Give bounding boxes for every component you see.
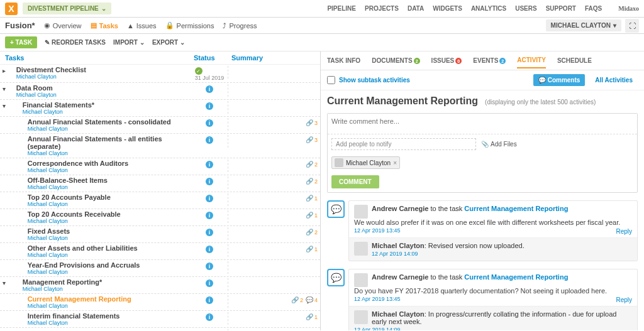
- activity-post: Andrew Carnegie to the task Current Mana…: [349, 201, 637, 237]
- task-owner[interactable]: Michael Clayton: [28, 269, 191, 275]
- lock-icon: 🔒: [165, 21, 174, 30]
- task-row[interactable]: Annual Financial Statements - all entiti…: [0, 134, 320, 158]
- export-menu[interactable]: EXPORT⌄: [152, 39, 185, 46]
- task-row[interactable]: Other Assets and other LiabilitiesMichae…: [0, 243, 320, 260]
- reply-link[interactable]: Reply: [616, 296, 632, 303]
- collapse-icon[interactable]: ▾: [3, 101, 10, 109]
- badge: 0: [455, 58, 462, 64]
- topbar: X DIVESTMENT PIPELINE⌄ PIPELINE PROJECTS…: [0, 0, 644, 18]
- expand-icon[interactable]: ▸: [3, 66, 10, 74]
- task-row[interactable]: ▾ Financial Statements*Michael Clayton i: [0, 100, 320, 117]
- task-owner[interactable]: Michael Clayton: [16, 73, 191, 80]
- task-row[interactable]: Fixed AssetsMichael Claytoni🔗2: [0, 226, 320, 243]
- fullscreen-button[interactable]: ⛶: [625, 19, 639, 33]
- notify-people-input[interactable]: Add people to notify: [331, 138, 476, 150]
- task-owner[interactable]: Michael Clayton: [28, 126, 191, 132]
- nav-faqs[interactable]: FAQS: [585, 5, 602, 12]
- collapse-icon[interactable]: ▾: [3, 278, 10, 286]
- post-author[interactable]: Andrew Carnegie: [372, 273, 428, 281]
- activity-thread: 💬 Andrew Carnegie to the task Current Ma…: [327, 200, 638, 261]
- nav-analytics[interactable]: ANALYTICS: [471, 5, 506, 12]
- col-status[interactable]: Status: [194, 54, 231, 62]
- person-chip[interactable]: Michael Clayton×: [331, 156, 400, 169]
- task-owner[interactable]: Michael Clayton: [23, 109, 191, 115]
- task-owner[interactable]: Michael Clayton: [28, 167, 191, 173]
- tab-task-info[interactable]: TASK INFO: [327, 53, 360, 68]
- nav-projects[interactable]: PROJECTS: [365, 5, 399, 12]
- task-title: Management Reporting*: [23, 278, 191, 286]
- app-logo[interactable]: X: [5, 3, 18, 15]
- tab-activity[interactable]: ACTIVITY: [517, 53, 546, 68]
- tab-progress[interactable]: ⤴Progress: [223, 22, 257, 30]
- post-author[interactable]: Andrew Carnegie: [372, 205, 428, 212]
- avatar: [354, 242, 368, 256]
- task-owner[interactable]: Michael Clayton: [28, 201, 191, 207]
- task-owner[interactable]: Michael Clayton: [28, 235, 191, 241]
- post-task-link[interactable]: Current Management Reporting: [464, 273, 568, 281]
- collapse-icon[interactable]: ▾: [3, 84, 10, 92]
- subtask-filter: Show subtask activities 💬 Comments All A…: [321, 70, 644, 90]
- task-row[interactable]: Interim financial StatementsMichael Clay…: [0, 311, 320, 328]
- task-row[interactable]: Current Budget and ForecastMichael Clayt…: [0, 328, 320, 330]
- task-owner[interactable]: Michael Clayton: [28, 184, 191, 190]
- nav-pipeline[interactable]: PIPELINE: [327, 5, 356, 12]
- task-row[interactable]: Correspondence with AuditorsMichael Clay…: [0, 158, 320, 175]
- task-owner[interactable]: Michael Clayton: [28, 150, 191, 156]
- remove-chip-icon[interactable]: ×: [393, 160, 397, 166]
- task-title: Other Assets and other Liabilities: [28, 244, 191, 252]
- task-row[interactable]: Off-Balance-Sheet ItemsMichael Claytoni🔗…: [0, 175, 320, 192]
- show-subtask-checkbox[interactable]: [327, 76, 335, 84]
- task-owner[interactable]: Michael Clayton: [16, 92, 191, 98]
- task-row-selected[interactable]: Current Management ReportingMichael Clay…: [0, 294, 320, 311]
- list-icon: ▤: [91, 21, 97, 30]
- task-owner[interactable]: Michael Clayton: [28, 303, 191, 309]
- tab-overview[interactable]: ◉Overview: [44, 21, 82, 30]
- import-menu[interactable]: IMPORT⌄: [113, 39, 145, 46]
- post-date: 12 Apr 2019 13:45: [354, 227, 632, 234]
- task-owner[interactable]: Michael Clayton: [28, 320, 191, 326]
- task-owner[interactable]: Michael Clayton: [23, 286, 191, 292]
- show-subtask-label[interactable]: Show subtask activities: [339, 77, 410, 84]
- comments-filter-button[interactable]: 💬 Comments: [533, 74, 585, 86]
- tab-issues[interactable]: ▲Issues: [127, 22, 157, 30]
- reorder-tasks-button[interactable]: ✎REORDER TASKS: [45, 39, 106, 46]
- attachment-icon: 🔗: [306, 246, 313, 252]
- reply-link[interactable]: Reply: [616, 228, 632, 235]
- task-row[interactable]: Year-End Provisions and AccrualsMichael …: [0, 260, 320, 277]
- all-activities-button[interactable]: All Activities: [590, 74, 638, 86]
- reply-date: 12 Apr 2019 14:09: [354, 251, 632, 257]
- nav-widgets[interactable]: WIDGETS: [433, 5, 462, 12]
- col-tasks[interactable]: Tasks: [5, 54, 194, 62]
- task-row[interactable]: Top 20 Accounts ReceivableMichael Clayto…: [0, 209, 320, 226]
- nav-data[interactable]: DATA: [408, 5, 424, 12]
- tab-documents[interactable]: DOCUMENTS2: [372, 53, 419, 68]
- user-menu[interactable]: MICHAEL CLAYTON▾: [546, 19, 621, 31]
- pipeline-selector[interactable]: DIVESTMENT PIPELINE⌄: [23, 3, 111, 14]
- tab-schedule[interactable]: SCHEDULE: [557, 53, 592, 68]
- task-owner[interactable]: Michael Clayton: [28, 218, 191, 224]
- add-files-button[interactable]: 📎Add Files: [481, 141, 517, 148]
- task-row[interactable]: ▾Management Reporting*Michael Claytoni: [0, 277, 320, 294]
- avatar: [354, 310, 368, 324]
- nav-support[interactable]: SUPPORT: [546, 5, 576, 12]
- comment-input[interactable]: [328, 114, 637, 133]
- task-row[interactable]: Annual Financial Statements - consolidat…: [0, 117, 320, 134]
- reply-author[interactable]: Michael Clayton: [372, 242, 425, 249]
- attachment-icon: 🔗: [306, 212, 313, 219]
- tab-tasks[interactable]: ▤Tasks: [91, 21, 118, 30]
- post-task-link[interactable]: Current Management Reporting: [464, 205, 568, 212]
- task-row[interactable]: Top 20 Accounts PayableMichael Claytoni🔗…: [0, 192, 320, 209]
- tab-permissions[interactable]: 🔒Permissions: [165, 21, 214, 30]
- tab-issues[interactable]: ISSUES0: [431, 53, 462, 68]
- task-title: Data Room: [16, 84, 191, 92]
- add-task-button[interactable]: + TASK: [5, 36, 37, 48]
- task-row[interactable]: ▾ Data RoomMichael Clayton i: [0, 83, 320, 100]
- col-summary[interactable]: Summary: [231, 54, 315, 62]
- submit-comment-button[interactable]: COMMENT: [331, 175, 379, 188]
- task-row[interactable]: ▸ Divestment ChecklistMichael Clayton ✓3…: [0, 65, 320, 83]
- task-owner[interactable]: Michael Clayton: [28, 252, 191, 258]
- nav-users[interactable]: USERS: [515, 5, 536, 12]
- tab-events[interactable]: EVENTS2: [473, 53, 506, 68]
- reply-author[interactable]: Michael Clayton: [372, 310, 425, 318]
- attachment-icon: 🔗: [291, 296, 299, 303]
